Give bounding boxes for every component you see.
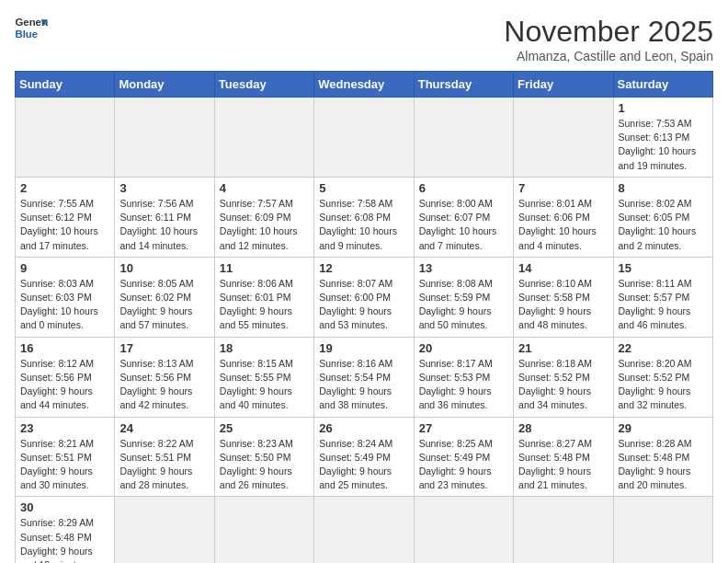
sun-info: Sunrise: 8:18 AMSunset: 5:52 PMDaylight:… (518, 357, 608, 413)
calendar-cell (16, 98, 115, 178)
sun-info: Sunrise: 8:25 AMSunset: 5:49 PMDaylight:… (419, 437, 508, 493)
calendar-week-row: 2Sunrise: 7:55 AMSunset: 6:12 PMDaylight… (16, 177, 713, 257)
sun-info: Sunrise: 8:28 AMSunset: 5:48 PMDaylight:… (619, 437, 708, 493)
calendar-cell (514, 98, 613, 178)
sun-info: Sunrise: 7:55 AMSunset: 6:12 PMDaylight:… (20, 197, 109, 253)
sun-info: Sunrise: 8:15 AMSunset: 5:55 PMDaylight:… (220, 357, 309, 413)
calendar-cell (613, 497, 712, 563)
calendar-cell (314, 497, 414, 563)
sun-info: Sunrise: 8:27 AMSunset: 5:48 PMDaylight:… (518, 437, 608, 493)
weekday-header-row: SundayMondayTuesdayWednesdayThursdayFrid… (16, 72, 713, 98)
calendar-week-row: 1Sunrise: 7:53 AMSunset: 6:13 PMDaylight… (16, 98, 713, 178)
calendar-cell: 26Sunrise: 8:24 AMSunset: 5:49 PMDayligh… (314, 417, 414, 497)
weekday-header-saturday: Saturday (613, 72, 712, 98)
sun-info: Sunrise: 8:06 AMSunset: 6:01 PMDaylight:… (220, 277, 309, 333)
day-number: 13 (419, 261, 508, 275)
day-number: 22 (619, 341, 708, 355)
calendar-cell (314, 98, 414, 178)
calendar-cell: 18Sunrise: 8:15 AMSunset: 5:55 PMDayligh… (214, 337, 313, 417)
calendar-cell: 5Sunrise: 7:58 AMSunset: 6:08 PMDaylight… (314, 177, 414, 257)
day-number: 26 (319, 421, 408, 435)
weekday-header-friday: Friday (514, 72, 613, 98)
day-number: 12 (319, 261, 408, 275)
day-number: 30 (20, 500, 109, 514)
sun-info: Sunrise: 8:23 AMSunset: 5:50 PMDaylight:… (220, 437, 309, 493)
sun-info: Sunrise: 8:11 AMSunset: 5:57 PMDaylight:… (619, 277, 708, 333)
sun-info: Sunrise: 8:08 AMSunset: 5:59 PMDaylight:… (419, 277, 508, 333)
day-number: 14 (518, 261, 608, 275)
calendar-week-row: 23Sunrise: 8:21 AMSunset: 5:51 PMDayligh… (16, 417, 713, 497)
calendar-cell: 23Sunrise: 8:21 AMSunset: 5:51 PMDayligh… (16, 417, 115, 497)
sun-info: Sunrise: 8:17 AMSunset: 5:53 PMDaylight:… (419, 357, 508, 413)
sun-info: Sunrise: 8:03 AMSunset: 6:03 PMDaylight:… (20, 277, 109, 333)
day-number: 7 (518, 181, 608, 195)
day-number: 17 (119, 341, 209, 355)
calendar-cell: 28Sunrise: 8:27 AMSunset: 5:48 PMDayligh… (514, 417, 613, 497)
calendar-cell: 11Sunrise: 8:06 AMSunset: 6:01 PMDayligh… (214, 257, 313, 337)
calendar-cell: 22Sunrise: 8:20 AMSunset: 5:52 PMDayligh… (613, 337, 712, 417)
weekday-header-monday: Monday (115, 72, 214, 98)
calendar-cell: 13Sunrise: 8:08 AMSunset: 5:59 PMDayligh… (414, 257, 513, 337)
sun-info: Sunrise: 7:57 AMSunset: 6:09 PMDaylight:… (220, 197, 309, 253)
calendar-cell (214, 497, 313, 563)
sun-info: Sunrise: 7:56 AMSunset: 6:11 PMDaylight:… (119, 197, 209, 253)
sun-info: Sunrise: 8:12 AMSunset: 5:56 PMDaylight:… (20, 357, 109, 413)
day-number: 3 (119, 181, 209, 195)
day-number: 19 (319, 341, 408, 355)
day-number: 25 (220, 421, 309, 435)
location-subtitle: Almanza, Castille and Leon, Spain (504, 49, 713, 63)
day-number: 20 (419, 341, 508, 355)
sun-info: Sunrise: 8:29 AMSunset: 5:48 PMDaylight:… (20, 516, 109, 563)
calendar-cell: 24Sunrise: 8:22 AMSunset: 5:51 PMDayligh… (115, 417, 214, 497)
sun-info: Sunrise: 8:05 AMSunset: 6:02 PMDaylight:… (119, 277, 209, 333)
sun-info: Sunrise: 8:01 AMSunset: 6:06 PMDaylight:… (518, 197, 608, 253)
sun-info: Sunrise: 8:02 AMSunset: 6:05 PMDaylight:… (619, 197, 708, 253)
calendar-cell: 27Sunrise: 8:25 AMSunset: 5:49 PMDayligh… (414, 417, 513, 497)
calendar-cell (514, 497, 613, 563)
day-number: 5 (319, 181, 408, 195)
calendar-cell: 7Sunrise: 8:01 AMSunset: 6:06 PMDaylight… (514, 177, 613, 257)
day-number: 21 (518, 341, 608, 355)
calendar-week-row: 9Sunrise: 8:03 AMSunset: 6:03 PMDaylight… (16, 257, 713, 337)
sun-info: Sunrise: 8:00 AMSunset: 6:07 PMDaylight:… (419, 197, 508, 253)
sun-info: Sunrise: 7:58 AMSunset: 6:08 PMDaylight:… (319, 197, 408, 253)
calendar-cell: 16Sunrise: 8:12 AMSunset: 5:56 PMDayligh… (16, 337, 115, 417)
calendar-cell: 30Sunrise: 8:29 AMSunset: 5:48 PMDayligh… (16, 497, 115, 563)
calendar-cell: 12Sunrise: 8:07 AMSunset: 6:00 PMDayligh… (314, 257, 414, 337)
sun-info: Sunrise: 8:22 AMSunset: 5:51 PMDaylight:… (119, 437, 209, 493)
svg-text:Blue: Blue (16, 29, 39, 40)
weekday-header-thursday: Thursday (414, 72, 513, 98)
calendar-cell: 19Sunrise: 8:16 AMSunset: 5:54 PMDayligh… (314, 337, 414, 417)
calendar-cell: 4Sunrise: 7:57 AMSunset: 6:09 PMDaylight… (214, 177, 313, 257)
calendar-cell (115, 497, 214, 563)
calendar-cell: 1Sunrise: 7:53 AMSunset: 6:13 PMDaylight… (613, 98, 712, 178)
logo: General Blue (15, 15, 48, 40)
calendar-cell (214, 98, 313, 178)
calendar-cell: 6Sunrise: 8:00 AMSunset: 6:07 PMDaylight… (414, 177, 513, 257)
day-number: 28 (518, 421, 608, 435)
calendar-cell: 8Sunrise: 8:02 AMSunset: 6:05 PMDaylight… (613, 177, 712, 257)
sun-info: Sunrise: 8:20 AMSunset: 5:52 PMDaylight:… (619, 357, 708, 413)
calendar-cell (414, 497, 513, 563)
calendar-cell: 10Sunrise: 8:05 AMSunset: 6:02 PMDayligh… (115, 257, 214, 337)
title-block: November 2025 Almanza, Castille and Leon… (504, 15, 713, 63)
sun-info: Sunrise: 8:16 AMSunset: 5:54 PMDaylight:… (319, 357, 408, 413)
calendar-cell: 15Sunrise: 8:11 AMSunset: 5:57 PMDayligh… (613, 257, 712, 337)
day-number: 6 (419, 181, 508, 195)
sun-info: Sunrise: 8:21 AMSunset: 5:51 PMDaylight:… (20, 437, 109, 493)
day-number: 11 (220, 261, 309, 275)
calendar-week-row: 30Sunrise: 8:29 AMSunset: 5:48 PMDayligh… (16, 497, 713, 563)
logo-icon: General Blue (15, 15, 48, 40)
page-header: General Blue November 2025 Almanza, Cast… (15, 15, 713, 63)
calendar-cell: 29Sunrise: 8:28 AMSunset: 5:48 PMDayligh… (613, 417, 712, 497)
calendar-cell (414, 98, 513, 178)
day-number: 16 (20, 341, 109, 355)
calendar-week-row: 16Sunrise: 8:12 AMSunset: 5:56 PMDayligh… (16, 337, 713, 417)
sun-info: Sunrise: 8:07 AMSunset: 6:00 PMDaylight:… (319, 277, 408, 333)
calendar-table: SundayMondayTuesdayWednesdayThursdayFrid… (15, 71, 713, 563)
calendar-cell: 9Sunrise: 8:03 AMSunset: 6:03 PMDaylight… (16, 257, 115, 337)
calendar-cell: 21Sunrise: 8:18 AMSunset: 5:52 PMDayligh… (514, 337, 613, 417)
day-number: 9 (20, 261, 109, 275)
calendar-cell: 20Sunrise: 8:17 AMSunset: 5:53 PMDayligh… (414, 337, 513, 417)
weekday-header-wednesday: Wednesday (314, 72, 414, 98)
